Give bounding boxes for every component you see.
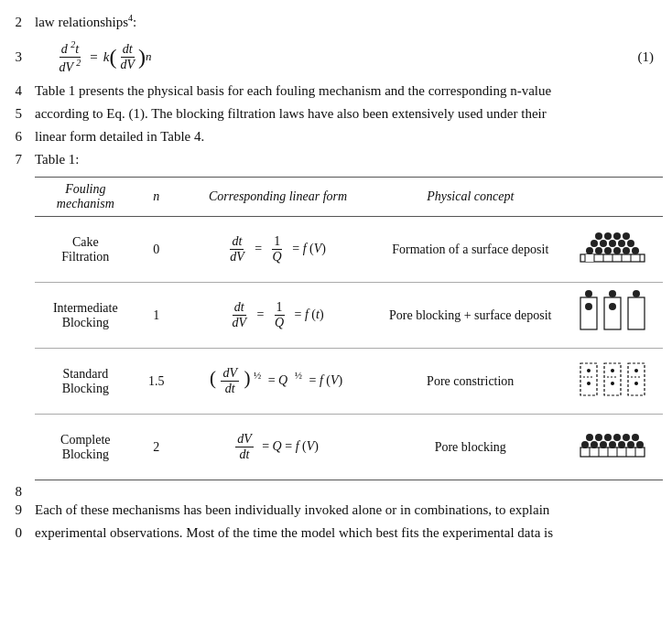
diagram-standard-svg (576, 354, 649, 404)
line-number-8: 8 (0, 484, 35, 500)
cell-physical-standard: Pore constriction (379, 349, 561, 415)
cell-n-cake: 0 (136, 217, 177, 283)
svg-point-59 (595, 434, 602, 441)
line-4: 4 Table 1 presents the physical basis fo… (0, 80, 672, 102)
svg-point-57 (636, 441, 644, 448)
svg-point-17 (609, 240, 616, 247)
frac-num-dt: dt (121, 42, 135, 58)
frac-den-dV: dV (118, 58, 136, 72)
cell-mechanism-standard: StandardBlocking (35, 349, 136, 415)
svg-point-16 (600, 240, 607, 247)
equation-number: (1) (617, 49, 672, 65)
cell-mechanism-complete: CompleteBlocking (35, 415, 136, 480)
svg-point-27 (585, 290, 592, 297)
svg-point-18 (618, 240, 625, 247)
frac-std-dVdt: dV dt (221, 366, 239, 396)
cell-n-standard: 1.5 (136, 349, 177, 415)
frac-numerator-d2t: d 2t (60, 39, 81, 58)
line-6-content: linear form detailed in Table 4. (35, 129, 672, 145)
svg-point-62 (623, 434, 630, 441)
table-row-intermediate: IntermediateBlocking 1 dt dV = 1 Q = f (… (35, 283, 663, 349)
svg-point-60 (604, 434, 612, 441)
cell-linear-intermediate: dt dV = 1 Q = f (t) (177, 283, 379, 349)
left-paren: ( (109, 46, 116, 68)
line-10: 0 experimental observations. Most of the… (0, 522, 672, 544)
diagram-cake-svg (576, 222, 649, 273)
svg-point-15 (591, 240, 598, 247)
svg-point-31 (609, 303, 616, 310)
cell-mechanism-intermediate: IntermediateBlocking (35, 283, 136, 349)
svg-point-53 (600, 441, 607, 448)
svg-point-29 (633, 290, 640, 297)
svg-point-42 (611, 382, 614, 385)
svg-rect-26 (628, 297, 645, 329)
right-paren: ) (138, 46, 146, 68)
equals-sign: = (90, 49, 97, 65)
frac-int-dtdV: dt dV (230, 300, 248, 330)
svg-point-30 (585, 303, 592, 310)
frac-comp-dVdt: dV dt (235, 432, 254, 462)
line-3: 3 d 2t dV 2 = k ( dt dV ) n (1) (0, 34, 672, 80)
cell-n-intermediate: 1 (136, 283, 177, 349)
th-diagram (561, 178, 663, 217)
th-n: n (136, 178, 177, 217)
svg-point-56 (627, 441, 634, 448)
line2-colon: : (133, 15, 136, 29)
line-number-7: 7 (0, 152, 35, 167)
svg-rect-34 (628, 363, 645, 395)
svg-point-11 (604, 247, 612, 254)
svg-rect-1 (585, 254, 594, 262)
th-linear: Corresponding linear form (177, 178, 379, 217)
frac-dt-dV: dt dV (118, 42, 136, 72)
frac-cake-1Q: 1 Q (271, 234, 284, 264)
line-5-content: according to Eq. (1). The blocking filtr… (35, 106, 672, 122)
svg-point-10 (595, 247, 602, 254)
line-number-3: 3 (0, 49, 35, 65)
svg-point-20 (595, 232, 602, 240)
svg-point-51 (581, 441, 589, 448)
line-8: 8 (0, 480, 672, 499)
svg-point-14 (632, 247, 639, 254)
frac-cake-num: dt dV (228, 234, 246, 264)
svg-point-28 (609, 290, 616, 297)
diagram-intermediate-svg (576, 288, 649, 339)
line-number-4: 4 (0, 83, 35, 99)
svg-point-23 (623, 232, 630, 240)
svg-rect-33 (604, 363, 621, 395)
line-number-5: 5 (0, 106, 35, 122)
diagram-complete-svg (576, 420, 649, 470)
cell-mechanism-cake: CakeFiltration (35, 217, 136, 283)
line-number-6: 6 (0, 129, 35, 145)
frac-denominator-dV2: dV 2 (58, 58, 83, 75)
line-7-content: Table 1: (35, 152, 672, 167)
svg-point-39 (611, 369, 614, 372)
cell-diagram-standard (561, 349, 663, 415)
svg-point-63 (632, 434, 639, 441)
svg-rect-25 (604, 297, 621, 329)
svg-point-43 (634, 382, 638, 385)
th-physical: Physical concept (379, 178, 561, 217)
frac-int-1Q: 1 Q (273, 300, 286, 330)
line-number-10: 0 (0, 525, 35, 541)
cell-linear-complete: dV dt = Q = f (V) (177, 415, 379, 480)
svg-point-41 (587, 382, 591, 385)
cell-linear-cake: dt dV = 1 Q = f (V) (177, 217, 379, 283)
table-row-cake: CakeFiltration 0 dt dV = 1 Q = f (V) For… (35, 217, 663, 283)
cell-physical-cake: Formation of a surface deposit (379, 217, 561, 283)
table-row-standard: StandardBlocking 1.5 ( dV dt ) ½ = Q ½ =… (35, 349, 663, 415)
line-6: 6 linear form detailed in Table 4. (0, 125, 672, 148)
svg-point-58 (586, 434, 593, 441)
table-row-complete: CompleteBlocking 2 dV dt = Q = f (V) Por… (35, 415, 663, 480)
svg-point-21 (604, 232, 612, 240)
svg-point-54 (609, 441, 616, 448)
svg-point-40 (634, 369, 638, 372)
line-9-content: Each of these mechanisms has been indivi… (35, 502, 672, 518)
line-2-content: law relationships4: (35, 13, 672, 30)
svg-rect-24 (580, 297, 597, 329)
frac-d2t-dV2: d 2t dV 2 (58, 39, 83, 74)
svg-point-22 (613, 232, 621, 240)
line-9: 9 Each of these mechanisms has been indi… (0, 499, 672, 522)
svg-point-61 (613, 434, 621, 441)
table-container: Fouling mechanism n Corresponding linear… (0, 177, 672, 480)
line-number-9: 9 (0, 502, 35, 518)
